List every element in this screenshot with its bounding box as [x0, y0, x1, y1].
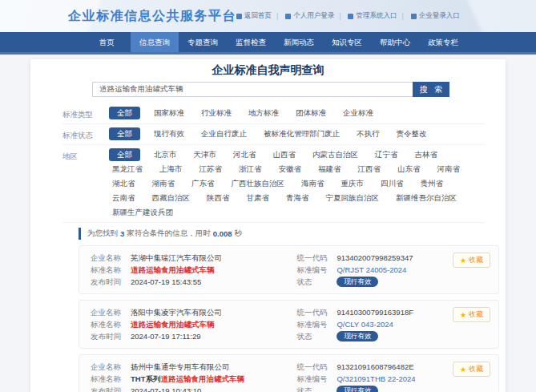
nav-tab[interactable]: 专题查询 [179, 32, 227, 52]
filter-option[interactable]: 行业标准 [198, 107, 235, 119]
filter-option[interactable]: 河南省 [434, 163, 464, 176]
filter-option[interactable]: 江苏省 [196, 163, 226, 176]
filter-option[interactable]: 广西壮族自治区 [228, 177, 288, 190]
home-icon [236, 14, 242, 19]
filter-option[interactable]: 黑龙江省 [109, 163, 146, 176]
filter-option[interactable]: 宁夏回族自治区 [323, 192, 383, 204]
filter-option[interactable]: 安徽省 [276, 163, 305, 176]
header-link[interactable]: 返回首页 [236, 11, 272, 21]
header-link-label: 个人用户登录 [293, 11, 334, 21]
filter-option[interactable]: 上海市 [156, 163, 186, 176]
nav-tab-label: 知识专区 [332, 38, 362, 46]
filter-option[interactable]: 甘肃省 [244, 192, 273, 204]
publish-date: 2024-07-19 17:11:29 [131, 331, 201, 341]
nav-tab[interactable]: 政策专栏 [419, 32, 467, 52]
filter-option[interactable]: 企业标准 [340, 107, 377, 119]
nav-tab[interactable]: 新闻动态 [275, 32, 323, 52]
filter-option[interactable]: 不执行 [353, 127, 383, 140]
filter-option[interactable]: 责令整改 [393, 127, 430, 140]
filter-option[interactable]: 广东省 [188, 177, 218, 190]
publish-date: 2024-07-19 10:43:10 [131, 386, 201, 392]
search-time: 0.008 [213, 229, 232, 238]
result-card: 企业名称 芜湖中集瑞江汽车有限公司 统一代码 91340200799825934… [79, 245, 499, 294]
filter-option[interactable]: 海南省 [298, 177, 328, 190]
standard-number-link[interactable]: Q/RJST 24005-2024 [337, 265, 406, 275]
filter-option[interactable]: 现行有效 [151, 127, 187, 140]
nav-tab[interactable]: 知识专区 [323, 32, 371, 52]
filter-option[interactable]: 湖北省 [109, 177, 139, 190]
nav-tab[interactable]: 首页 [83, 32, 131, 52]
filter-option[interactable]: 辽宁省 [372, 148, 401, 161]
filter-label: 地区 [62, 148, 95, 219]
nav-tab[interactable]: 帮助中心 [371, 32, 419, 52]
standard-name-highlight[interactable]: 道路运输食用油罐式车辆 [160, 374, 244, 383]
filter-option[interactable]: 河北省 [230, 148, 260, 161]
search-input[interactable] [92, 82, 413, 97]
filter-option[interactable]: 新疆维吾尔自治区 [393, 192, 460, 204]
content-panel: 企业标准自我声明查询 搜 索 标准类型 全部 国家标准 行业标准 地方标准 团体… [30, 59, 506, 392]
site-logo: 企业标准信息公共服务平台 [68, 8, 236, 25]
standard-number-link[interactable]: Q/321091THB 22-2024 [337, 374, 415, 384]
filter-option[interactable]: 青海省 [283, 192, 312, 204]
filter-option[interactable]: 湖南省 [149, 177, 179, 190]
filter-option[interactable]: 企业自行废止 [198, 127, 250, 140]
filter-option[interactable]: 山东省 [394, 163, 424, 176]
star-icon: ★ [460, 257, 466, 265]
standard-name-highlight[interactable]: 道路运输食用油罐式车辆 [131, 265, 215, 274]
favorite-button[interactable]: ★ 收藏 [453, 362, 490, 377]
filter-option[interactable]: 团体标准 [292, 107, 329, 119]
header-link-label: 企业登录入口 [419, 11, 460, 21]
filter-option[interactable]: 山西省 [270, 148, 300, 161]
search-button[interactable]: 搜 索 [413, 82, 449, 97]
standard-name-highlight[interactable]: 道路运输食用油罐式车辆 [131, 320, 215, 329]
company-name: 芜湖中集瑞江汽车有限公司 [131, 253, 222, 263]
filter-option[interactable]: 西藏自治区 [149, 192, 194, 204]
favorite-button[interactable]: ★ 收藏 [453, 253, 490, 268]
favorite-button[interactable]: ★ 收藏 [453, 307, 490, 322]
favorite-label: 收藏 [469, 255, 483, 265]
header-link[interactable]: 管理系统入口 [334, 11, 397, 21]
nav-tab[interactable]: 监督检查 [227, 32, 275, 52]
filter-option[interactable]: 北京市 [151, 148, 180, 161]
filter-option[interactable]: 吉林省 [412, 148, 441, 161]
filter-option[interactable]: 贵州省 [417, 177, 447, 190]
filter-option[interactable]: 国家标准 [151, 107, 187, 119]
filter-option[interactable]: 被标准化管理部门废止 [260, 127, 343, 140]
filter-row-standard-status: 标准状态 全部 现行有效 企业自行废止 被标准化管理部门废止 不执行 责令整改 [62, 124, 485, 145]
filter-option[interactable]: 地方标准 [245, 107, 282, 119]
status-badge: 现行有效 [337, 331, 378, 341]
filter-option[interactable]: 福建省 [315, 163, 345, 176]
filter-option[interactable]: 四川省 [377, 177, 407, 190]
standard-label: 标准名称 [91, 374, 131, 384]
filter-option[interactable]: 新疆生产建设兵团 [109, 206, 176, 219]
standard-number-link[interactable]: Q/CLY 043-2024 [337, 319, 393, 329]
filter-option[interactable]: 全部 [109, 127, 140, 140]
number-label: 标准编号 [296, 265, 337, 275]
filter-option[interactable]: 内蒙古自治区 [309, 148, 361, 161]
results-section: 为您找到 3 家符合条件的信息，用时 0.008 秒 企业名称 芜湖中集瑞江汽车… [79, 228, 499, 392]
filter-option[interactable]: 天津市 [191, 148, 220, 161]
filter-option[interactable]: 云南省 [109, 192, 139, 204]
filter-option[interactable]: 全部 [109, 148, 140, 161]
company-label: 企业名称 [91, 307, 131, 317]
result-card: 企业名称 扬州中集通华专用车有限公司 统一代码 9132109160879648… [79, 354, 499, 392]
nav-tab[interactable]: 信息查询 [131, 32, 179, 52]
unified-code: 91410300799163918F [337, 307, 413, 317]
company-name: 洛阳中集凌宇汽车有限公司 [131, 307, 222, 317]
filter-option[interactable]: 陕西省 [204, 192, 233, 204]
header-link[interactable]: 个人用户登录 [272, 11, 334, 21]
filter-option[interactable]: 江西省 [355, 163, 385, 176]
header-link[interactable]: 企业登录入口 [397, 11, 459, 21]
filter-options: 全部 现行有效 企业自行废止 被标准化管理部门废止 不执行 责令整改 [109, 127, 430, 141]
filter-option[interactable]: 浙江省 [236, 163, 265, 176]
favorite-label: 收藏 [469, 364, 483, 374]
standard-name-prefix: THT系列 [131, 374, 160, 383]
nav-tab-label: 政策专栏 [428, 38, 458, 46]
date-label: 发布时间 [91, 277, 131, 287]
filter-option[interactable]: 重庆市 [338, 177, 368, 190]
filter-option[interactable]: 全部 [109, 107, 140, 119]
status-label: 状态 [296, 331, 337, 341]
nav-tab-label: 新闻动态 [284, 38, 314, 46]
summary-prefix: 为您找到 [87, 228, 118, 239]
number-label: 标准编号 [296, 374, 337, 384]
